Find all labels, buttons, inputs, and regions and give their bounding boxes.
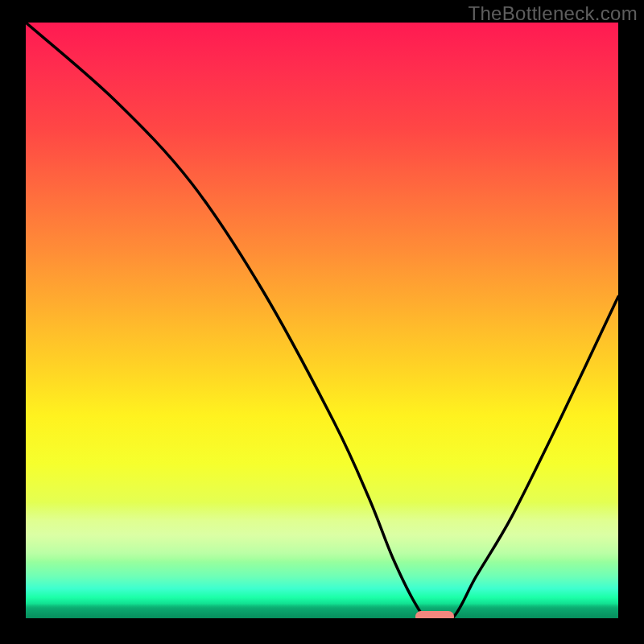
bottleneck-curve-path (26, 23, 618, 618)
chart-frame: TheBottleneck.com (0, 0, 644, 644)
bottleneck-curve-svg (26, 23, 618, 618)
watermark-text: TheBottleneck.com (468, 2, 638, 25)
plot-area (26, 23, 618, 618)
optimal-marker (415, 611, 454, 618)
